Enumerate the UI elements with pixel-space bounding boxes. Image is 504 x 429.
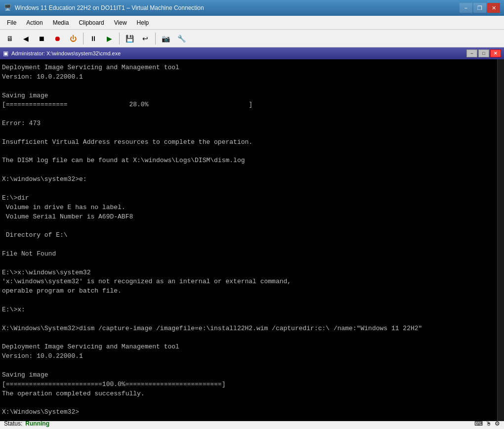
back-button[interactable]: ◀ — [19, 32, 33, 45]
play-button[interactable]: ▶ — [102, 32, 116, 45]
title-bar: 🖥️ Windows 11 Education 22H2 on DO11IT1 … — [0, 0, 504, 16]
config-button[interactable]: 🔧 — [174, 32, 188, 45]
record-button[interactable]: ⏺ — [50, 32, 64, 45]
toolbar-separator-3 — [155, 33, 156, 44]
toolbar-separator-2 — [119, 33, 120, 44]
mouse-icon: 🖱 — [486, 420, 492, 427]
cmd-window-controls: − □ ✕ — [466, 49, 501, 57]
cmd-title-text: Administrator: X:\windows\system32\cmd.e… — [11, 50, 121, 56]
cmd-icon: ▣ — [3, 50, 8, 57]
cmd-close-button[interactable]: ✕ — [490, 49, 501, 57]
menu-media[interactable]: Media — [48, 17, 74, 28]
cmd-title-bar: ▣ Administrator: X:\windows\system32\cmd… — [0, 47, 504, 59]
save-button[interactable]: 💾 — [123, 32, 136, 45]
window-controls: − ❐ ✕ — [460, 3, 500, 13]
menu-clipboard[interactable]: Clipboard — [74, 17, 109, 28]
toolbar-separator-1 — [83, 33, 84, 44]
keyboard-icon: ⌨ — [474, 420, 483, 427]
revert-button[interactable]: ↩ — [138, 32, 152, 45]
status-label: Status: — [4, 420, 22, 427]
scrollbar[interactable] — [497, 59, 504, 421]
terminal-scroll-area: Deployment Image Servicing and Managemen… — [0, 59, 504, 421]
menu-view[interactable]: View — [109, 17, 132, 28]
stop-button[interactable]: ⏹ — [35, 32, 48, 45]
main-content: ▣ Administrator: X:\windows\system32\cmd… — [0, 47, 504, 417]
menu-file[interactable]: File — [2, 17, 21, 28]
restore-button[interactable]: ❐ — [473, 3, 486, 13]
cmd-restore-button[interactable]: □ — [478, 49, 489, 57]
pause-button[interactable]: ⏸ — [86, 32, 100, 45]
terminal-output[interactable]: Deployment Image Servicing and Managemen… — [0, 59, 497, 421]
status-value: Running — [25, 420, 49, 427]
menu-action[interactable]: Action — [21, 17, 47, 28]
settings-icon[interactable]: ⚙ — [495, 420, 500, 427]
monitor-button[interactable]: 🖥 — [3, 32, 17, 45]
snapshot-button[interactable]: 📷 — [159, 32, 172, 45]
cmd-container: ▣ Administrator: X:\windows\system32\cmd… — [0, 47, 504, 421]
window-icon: 🖥️ — [4, 4, 12, 12]
close-button[interactable]: ✕ — [487, 3, 500, 13]
menu-help[interactable]: Help — [132, 17, 154, 28]
menu-bar: File Action Media Clipboard View Help — [0, 16, 504, 30]
status-icons: ⌨ 🖱 ⚙ — [474, 420, 500, 427]
window-title: Windows 11 Education 22H2 on DO11IT1 – V… — [15, 4, 204, 11]
cmd-minimize-button[interactable]: − — [466, 49, 477, 57]
toolbar: 🖥 ◀ ⏹ ⏺ ⏻ ⏸ ▶ 💾 ↩ 📷 🔧 — [0, 30, 504, 47]
minimize-button[interactable]: − — [460, 3, 472, 13]
power-button[interactable]: ⏻ — [66, 32, 80, 45]
